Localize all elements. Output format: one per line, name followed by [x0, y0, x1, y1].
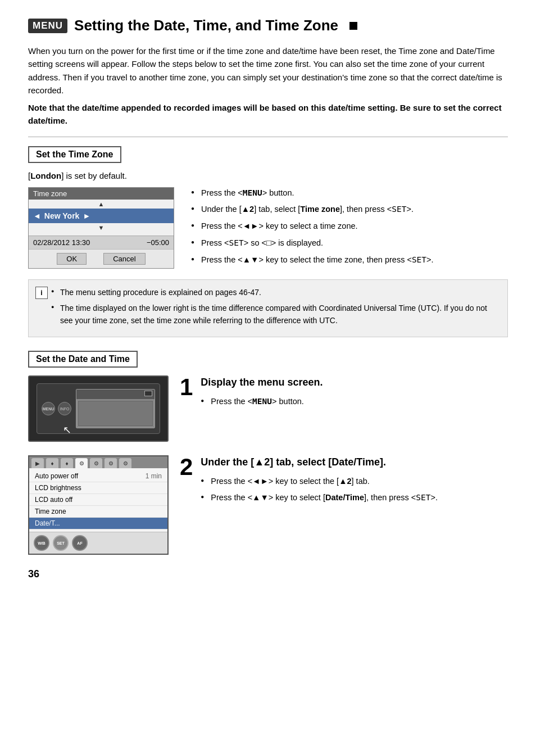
menu-item-datetime: Date/T...: [29, 518, 167, 529]
menu-item-label-2: LCD brightness: [35, 484, 81, 492]
cam-controls-row: WB SET AF: [29, 532, 167, 554]
step2-container: ▶ ♦ ♦ ⚙ ⚙ ⚙ ⚙ Auto power off 1 min LCD b…: [28, 455, 508, 555]
menu-screen: ▶ ♦ ♦ ⚙ ⚙ ⚙ ⚙ Auto power off 1 min LCD b…: [28, 455, 169, 555]
step2-bullet-2: Press the <▲▼> key to select [Date/Time]…: [201, 492, 508, 504]
tz-buttons: OK Cancel: [29, 249, 174, 268]
step1-container: MENU INFO ↖ 1: [28, 375, 508, 442]
timezone-section: Set the Time Zone [London] is set by def…: [28, 146, 508, 338]
step2-heading: Under the [▲2] tab, select [Date/Time].: [201, 455, 508, 469]
page-number: 36: [28, 568, 508, 580]
timezone-screen: Time zone ▲ ◄ New York ► ▼ 02/28/2012 13…: [28, 187, 174, 269]
timezone-layout: Time zone ▲ ◄ New York ► ▼ 02/28/2012 13…: [28, 187, 508, 271]
menu-item-value-1: 1 min: [146, 472, 162, 480]
tz-step-5: Press the <▲▼> key to select the time zo…: [191, 254, 508, 266]
step1-text: Display the menu screen. Press the <MENU…: [201, 375, 508, 412]
menu-tab-6: ⚙: [105, 458, 117, 468]
menu-tab-3: ♦: [61, 458, 73, 468]
info-icon: i: [35, 287, 48, 299]
menu-item-label-3: LCD auto off: [35, 496, 72, 504]
menu-tab-row: ▶ ♦ ♦ ⚙ ⚙ ⚙ ⚙: [29, 456, 167, 468]
title-decoration: [349, 22, 357, 30]
step1-arrow: ↖: [63, 424, 71, 436]
tz-step-1: Press the <MENU> button.: [191, 187, 508, 200]
menu-badge: MENU: [28, 19, 67, 33]
step1-content-area: 1 Display the menu screen. Press the <ME…: [180, 375, 508, 412]
menu-tab-7: ⚙: [119, 458, 131, 468]
datetime-section: Set the Date and Time MENU INFO: [28, 351, 508, 555]
intro-paragraph: When you turn on the power for the first…: [28, 44, 508, 97]
menu-item-label-1: Auto power off: [35, 472, 78, 480]
tz-scroll-up: ▲: [29, 200, 174, 209]
info-button-cam: INFO: [58, 402, 71, 415]
intro-note: Note that the date/time appended to reco…: [28, 101, 508, 128]
step1-number: 1: [180, 375, 193, 399]
timezone-default: [London] is set by default.: [28, 171, 508, 180]
info-notes: The menu setting procedure is explained …: [51, 287, 498, 327]
tz-arrow-right: ►: [83, 211, 90, 220]
step2-number: 2: [180, 455, 193, 479]
step2-bullet-1: Press the <◄►> key to select the [▲2] ta…: [201, 476, 508, 488]
london-bold: London: [30, 171, 61, 180]
page-header: MENU Setting the Date, Time, and Time Zo…: [28, 17, 508, 34]
step1-heading: Display the menu screen.: [201, 375, 508, 390]
timezone-section-title: Set the Time Zone: [28, 146, 121, 163]
step2-bullets: Press the <◄►> key to select the [▲2] ta…: [201, 476, 508, 505]
step1-image: MENU INFO ↖: [28, 375, 169, 442]
datetime-section-title: Set the Date and Time: [28, 351, 138, 368]
menu-item-label-5: Date/T...: [35, 519, 60, 527]
menu-item-lcdautooff: LCD auto off: [29, 494, 167, 506]
tz-selected-row: ◄ New York ►: [29, 209, 174, 223]
menu-button-cam: MENU: [42, 402, 55, 415]
af-button: AF: [72, 535, 88, 551]
menu-item-label-4: Time zone: [35, 508, 66, 515]
tz-step-2: Under the [▲2] tab, select [Time zone], …: [191, 203, 508, 216]
info-note-1: The menu setting procedure is explained …: [51, 287, 498, 299]
tz-city: New York: [44, 211, 80, 220]
tz-step-4: Press <SET> so <□> is displayed.: [191, 237, 508, 250]
menu-item-lcdbrightness: LCD brightness: [29, 482, 167, 494]
menu-item-timezone: Time zone: [29, 506, 167, 518]
tz-offset: −05:00: [147, 238, 169, 247]
step2-image: ▶ ♦ ♦ ⚙ ⚙ ⚙ ⚙ Auto power off 1 min LCD b…: [28, 455, 169, 555]
info-note-2: The time displayed on the lower right is…: [51, 302, 498, 327]
set-button: SET: [53, 535, 69, 551]
menu-tab-4-active: ⚙: [75, 458, 88, 468]
menu-tab-1: ▶: [31, 458, 44, 468]
step1-bullets: Press the <MENU> button.: [201, 396, 508, 408]
tz-datetime-row: 02/28/2012 13:30 −05:00: [29, 236, 174, 249]
menu-tab-5: ⚙: [90, 458, 102, 468]
section-divider: [28, 137, 508, 137]
tz-step-3: Press the <◄►> key to select a time zone…: [191, 220, 508, 233]
page-title: Setting the Date, Time, and Time Zone: [74, 17, 338, 34]
tz-scroll-down: ▼: [29, 223, 174, 232]
timezone-steps: Press the <MENU> button. Under the [▲2] …: [191, 187, 508, 271]
menu-items: Auto power off 1 min LCD brightness LCD …: [29, 468, 167, 532]
step2-content-area: 2 Under the [▲2] tab, select [Date/Time]…: [180, 455, 508, 509]
step2-text: Under the [▲2] tab, select [Date/Time]. …: [201, 455, 508, 509]
tz-ok-button[interactable]: OK: [57, 253, 87, 265]
tz-title: Time zone: [29, 188, 174, 200]
tz-arrow-left: ◄: [33, 211, 41, 220]
tz-cancel-button[interactable]: Cancel: [103, 253, 145, 265]
menu-tab-2: ♦: [46, 458, 58, 468]
tz-datetime-value: 02/28/2012 13:30: [33, 238, 90, 247]
wb-button: WB: [34, 535, 49, 551]
menu-item-autopoweroff: Auto power off 1 min: [29, 470, 167, 482]
step1-bullet-1: Press the <MENU> button.: [201, 396, 508, 408]
info-box: i The menu setting procedure is explaine…: [28, 279, 508, 337]
